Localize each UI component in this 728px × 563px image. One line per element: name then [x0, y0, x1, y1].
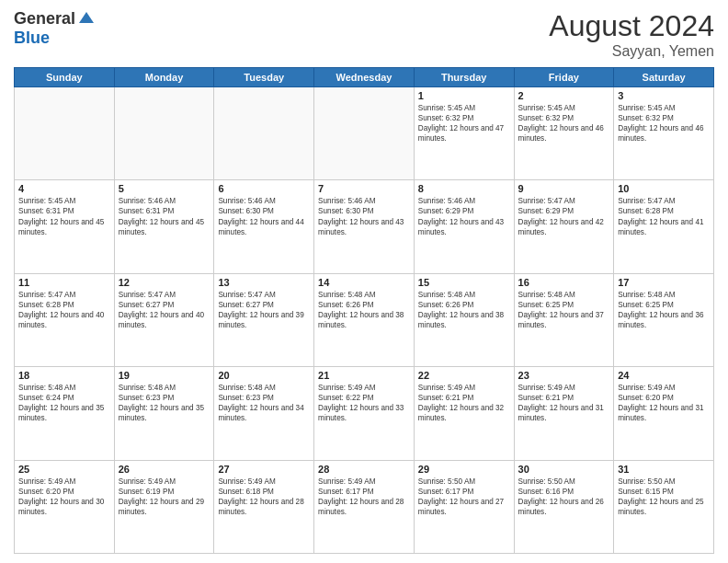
table-row: 15Sunrise: 5:48 AM Sunset: 6:26 PM Dayli…	[414, 273, 514, 366]
table-row: 3Sunrise: 5:45 AM Sunset: 6:32 PM Daylig…	[614, 87, 714, 180]
day-number: 28	[318, 464, 410, 475]
cell-info: Sunrise: 5:50 AM Sunset: 6:16 PM Dayligh…	[518, 477, 610, 517]
day-number: 30	[518, 464, 610, 475]
table-row: 20Sunrise: 5:48 AM Sunset: 6:23 PM Dayli…	[214, 367, 314, 460]
cell-info: Sunrise: 5:49 AM Sunset: 6:17 PM Dayligh…	[318, 477, 410, 517]
cell-info: Sunrise: 5:49 AM Sunset: 6:20 PM Dayligh…	[618, 383, 710, 423]
table-row: 25Sunrise: 5:49 AM Sunset: 6:20 PM Dayli…	[15, 460, 115, 553]
day-number: 12	[119, 277, 210, 288]
cell-info: Sunrise: 5:46 AM Sunset: 6:30 PM Dayligh…	[318, 196, 410, 236]
day-number: 26	[119, 464, 210, 475]
table-row: 18Sunrise: 5:48 AM Sunset: 6:24 PM Dayli…	[15, 367, 115, 460]
table-row: 26Sunrise: 5:49 AM Sunset: 6:19 PM Dayli…	[114, 460, 214, 553]
table-row: 23Sunrise: 5:49 AM Sunset: 6:21 PM Dayli…	[514, 367, 614, 460]
day-number: 19	[119, 370, 210, 381]
cell-info: Sunrise: 5:48 AM Sunset: 6:23 PM Dayligh…	[119, 383, 210, 423]
table-row: 4Sunrise: 5:45 AM Sunset: 6:31 PM Daylig…	[15, 180, 115, 273]
location-subtitle: Sayyan, Yemen	[549, 43, 714, 60]
table-row: 14Sunrise: 5:48 AM Sunset: 6:26 PM Dayli…	[314, 273, 415, 366]
day-number: 23	[518, 370, 610, 381]
logo: General Blue	[14, 9, 96, 48]
table-row: 29Sunrise: 5:50 AM Sunset: 6:17 PM Dayli…	[414, 460, 514, 553]
cell-info: Sunrise: 5:48 AM Sunset: 6:26 PM Dayligh…	[318, 290, 410, 330]
cell-info: Sunrise: 5:48 AM Sunset: 6:23 PM Dayligh…	[218, 383, 310, 423]
table-row: 11Sunrise: 5:47 AM Sunset: 6:28 PM Dayli…	[15, 273, 115, 366]
cell-info: Sunrise: 5:49 AM Sunset: 6:20 PM Dayligh…	[18, 477, 110, 517]
day-number: 7	[318, 183, 410, 194]
cell-info: Sunrise: 5:49 AM Sunset: 6:19 PM Dayligh…	[119, 477, 210, 517]
header-monday: Monday	[114, 68, 214, 87]
month-year-title: August 2024	[549, 9, 714, 43]
table-row: 8Sunrise: 5:46 AM Sunset: 6:29 PM Daylig…	[414, 180, 514, 273]
calendar-page: General Blue August 2024 Sayyan, Yemen S…	[0, 0, 728, 563]
day-number: 5	[119, 183, 210, 194]
cell-info: Sunrise: 5:49 AM Sunset: 6:18 PM Dayligh…	[218, 477, 310, 517]
header-friday: Friday	[514, 68, 614, 87]
cell-info: Sunrise: 5:48 AM Sunset: 6:25 PM Dayligh…	[518, 290, 610, 330]
day-number: 16	[518, 277, 610, 288]
day-number: 1	[418, 90, 510, 101]
header: General Blue August 2024 Sayyan, Yemen	[14, 9, 714, 60]
cell-info: Sunrise: 5:49 AM Sunset: 6:22 PM Dayligh…	[318, 383, 410, 423]
table-row: 1Sunrise: 5:45 AM Sunset: 6:32 PM Daylig…	[414, 87, 514, 180]
day-number: 27	[218, 464, 310, 475]
cell-info: Sunrise: 5:47 AM Sunset: 6:29 PM Dayligh…	[518, 196, 610, 236]
cell-info: Sunrise: 5:50 AM Sunset: 6:15 PM Dayligh…	[618, 477, 710, 517]
table-row: 7Sunrise: 5:46 AM Sunset: 6:30 PM Daylig…	[314, 180, 415, 273]
table-row: 22Sunrise: 5:49 AM Sunset: 6:21 PM Dayli…	[414, 367, 514, 460]
day-number: 14	[318, 277, 410, 288]
cell-info: Sunrise: 5:45 AM Sunset: 6:31 PM Dayligh…	[18, 196, 110, 236]
logo-blue-text: Blue	[14, 29, 50, 48]
day-number: 22	[418, 370, 510, 381]
table-row: 21Sunrise: 5:49 AM Sunset: 6:22 PM Dayli…	[314, 367, 415, 460]
day-number: 4	[18, 183, 110, 194]
day-number: 6	[218, 183, 310, 194]
cell-info: Sunrise: 5:48 AM Sunset: 6:25 PM Dayligh…	[618, 290, 710, 330]
cell-info: Sunrise: 5:46 AM Sunset: 6:31 PM Dayligh…	[119, 196, 210, 236]
cell-info: Sunrise: 5:48 AM Sunset: 6:24 PM Dayligh…	[18, 383, 110, 423]
day-number: 8	[418, 183, 510, 194]
title-block: August 2024 Sayyan, Yemen	[549, 9, 714, 60]
logo-icon	[77, 10, 96, 29]
cell-info: Sunrise: 5:45 AM Sunset: 6:32 PM Dayligh…	[418, 103, 510, 144]
day-number: 18	[18, 370, 110, 381]
table-row: 30Sunrise: 5:50 AM Sunset: 6:16 PM Dayli…	[514, 460, 614, 553]
calendar-week-4: 18Sunrise: 5:48 AM Sunset: 6:24 PM Dayli…	[15, 367, 714, 460]
cell-info: Sunrise: 5:47 AM Sunset: 6:27 PM Dayligh…	[119, 290, 210, 330]
logo-general-text: General	[14, 9, 75, 29]
day-number: 11	[18, 277, 110, 288]
day-number: 2	[518, 90, 610, 101]
day-number: 21	[318, 370, 410, 381]
calendar-week-2: 4Sunrise: 5:45 AM Sunset: 6:31 PM Daylig…	[15, 180, 714, 273]
table-row: 5Sunrise: 5:46 AM Sunset: 6:31 PM Daylig…	[114, 180, 214, 273]
table-row: 27Sunrise: 5:49 AM Sunset: 6:18 PM Dayli…	[214, 460, 314, 553]
calendar-header-row: Sunday Monday Tuesday Wednesday Thursday…	[15, 68, 714, 87]
day-number: 29	[418, 464, 510, 475]
table-row: 12Sunrise: 5:47 AM Sunset: 6:27 PM Dayli…	[114, 273, 214, 366]
day-number: 31	[618, 464, 710, 475]
header-sunday: Sunday	[15, 68, 115, 87]
cell-info: Sunrise: 5:45 AM Sunset: 6:32 PM Dayligh…	[618, 103, 710, 144]
day-number: 9	[518, 183, 610, 194]
day-number: 13	[218, 277, 310, 288]
table-row: 17Sunrise: 5:48 AM Sunset: 6:25 PM Dayli…	[614, 273, 714, 366]
calendar-week-1: 1Sunrise: 5:45 AM Sunset: 6:32 PM Daylig…	[15, 87, 714, 180]
day-number: 20	[218, 370, 310, 381]
table-row: 19Sunrise: 5:48 AM Sunset: 6:23 PM Dayli…	[114, 367, 214, 460]
table-row	[314, 87, 415, 180]
cell-info: Sunrise: 5:47 AM Sunset: 6:28 PM Dayligh…	[618, 196, 710, 236]
header-tuesday: Tuesday	[214, 68, 314, 87]
cell-info: Sunrise: 5:47 AM Sunset: 6:28 PM Dayligh…	[18, 290, 110, 330]
header-thursday: Thursday	[414, 68, 514, 87]
cell-info: Sunrise: 5:46 AM Sunset: 6:29 PM Dayligh…	[418, 196, 510, 236]
day-number: 15	[418, 277, 510, 288]
table-row: 24Sunrise: 5:49 AM Sunset: 6:20 PM Dayli…	[614, 367, 714, 460]
table-row	[214, 87, 314, 180]
table-row: 16Sunrise: 5:48 AM Sunset: 6:25 PM Dayli…	[514, 273, 614, 366]
table-row: 6Sunrise: 5:46 AM Sunset: 6:30 PM Daylig…	[214, 180, 314, 273]
day-number: 25	[18, 464, 110, 475]
cell-info: Sunrise: 5:45 AM Sunset: 6:32 PM Dayligh…	[518, 103, 610, 144]
table-row: 31Sunrise: 5:50 AM Sunset: 6:15 PM Dayli…	[614, 460, 714, 553]
cell-info: Sunrise: 5:48 AM Sunset: 6:26 PM Dayligh…	[418, 290, 510, 330]
cell-info: Sunrise: 5:49 AM Sunset: 6:21 PM Dayligh…	[418, 383, 510, 423]
